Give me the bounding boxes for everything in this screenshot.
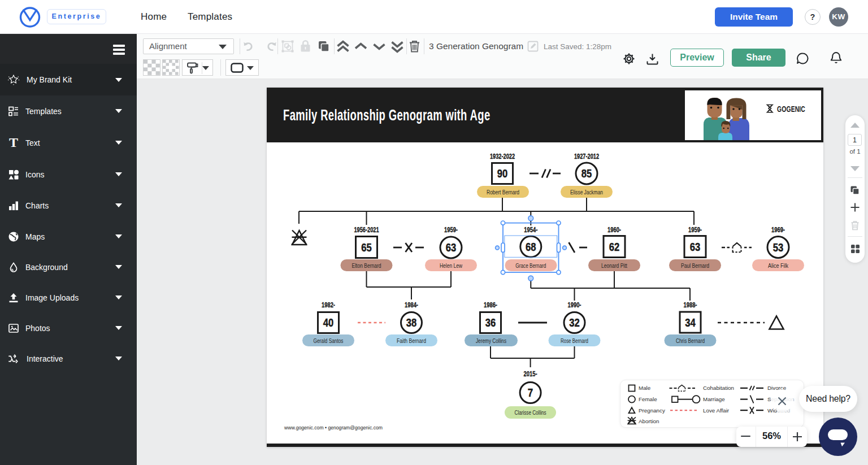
svg-text:1959-: 1959- xyxy=(444,226,458,234)
svg-text:1984-: 1984- xyxy=(405,301,418,309)
svg-text:Cohabitation: Cohabitation xyxy=(703,385,734,391)
svg-text:Marriage: Marriage xyxy=(703,396,725,402)
svg-text:Leonard Pitt: Leonard Pitt xyxy=(601,262,627,269)
svg-text:Elisse Jackman: Elisse Jackman xyxy=(570,189,603,195)
svg-text:1932-2022: 1932-2022 xyxy=(490,153,515,160)
svg-text:1959-: 1959- xyxy=(688,226,702,234)
svg-text:Grace Bernard: Grace Bernard xyxy=(515,262,546,269)
svg-text:1982-: 1982- xyxy=(322,301,335,309)
svg-text:1990-: 1990- xyxy=(568,301,581,309)
svg-text:Helen Lew: Helen Lew xyxy=(440,262,462,269)
svg-text:85: 85 xyxy=(581,167,592,180)
svg-text:Alice Filk: Alice Filk xyxy=(768,262,789,269)
svg-text:Clarisse Collins: Clarisse Collins xyxy=(515,409,546,416)
svg-text:Gerald Santos: Gerald Santos xyxy=(314,337,344,344)
svg-text:Elton Bernard: Elton Bernard xyxy=(352,262,381,269)
svg-text:65: 65 xyxy=(361,241,372,254)
svg-text:Jeremy Collins: Jeremy Collins xyxy=(476,337,506,344)
svg-text:2015-: 2015- xyxy=(524,370,537,378)
svg-text:1956-2021: 1956-2021 xyxy=(354,226,379,234)
svg-text:63: 63 xyxy=(446,241,457,254)
svg-text:Pregnancy: Pregnancy xyxy=(639,407,665,414)
svg-text:38: 38 xyxy=(406,316,417,329)
svg-text:Chris Bernard: Chris Bernard xyxy=(676,337,705,344)
svg-text:1960-: 1960- xyxy=(607,226,621,234)
svg-text:Robert Bernard: Robert Bernard xyxy=(487,189,519,195)
svg-text:53: 53 xyxy=(773,241,784,254)
svg-text:1954-: 1954- xyxy=(524,226,537,234)
svg-text:36: 36 xyxy=(485,316,496,329)
svg-text:Faith Bernard: Faith Bernard xyxy=(397,337,426,344)
svg-text:62: 62 xyxy=(609,241,620,253)
svg-text:40: 40 xyxy=(323,316,334,329)
svg-text:1969-: 1969- xyxy=(771,226,785,234)
svg-text:1988-: 1988- xyxy=(684,301,697,309)
svg-text:34: 34 xyxy=(685,316,696,329)
svg-text:Rose Bernard: Rose Bernard xyxy=(561,337,588,344)
svg-text:Love Affair: Love Affair xyxy=(703,407,730,414)
svg-text:Paul Bernard: Paul Bernard xyxy=(681,262,709,269)
svg-text:90: 90 xyxy=(497,167,508,180)
svg-text:63: 63 xyxy=(690,241,701,253)
svg-text:1927-2012: 1927-2012 xyxy=(574,153,599,160)
svg-text:7: 7 xyxy=(528,386,533,399)
svg-text:Abortion: Abortion xyxy=(639,418,659,424)
svg-text:32: 32 xyxy=(569,316,580,329)
svg-text:1986-: 1986- xyxy=(484,301,497,309)
svg-text:Male: Male xyxy=(639,385,651,391)
svg-text:www.gogenic.com • genogram@gog: www.gogenic.com • genogram@gogenic.com xyxy=(284,424,383,431)
svg-text:68: 68 xyxy=(526,241,536,253)
svg-text:Female: Female xyxy=(639,396,657,402)
